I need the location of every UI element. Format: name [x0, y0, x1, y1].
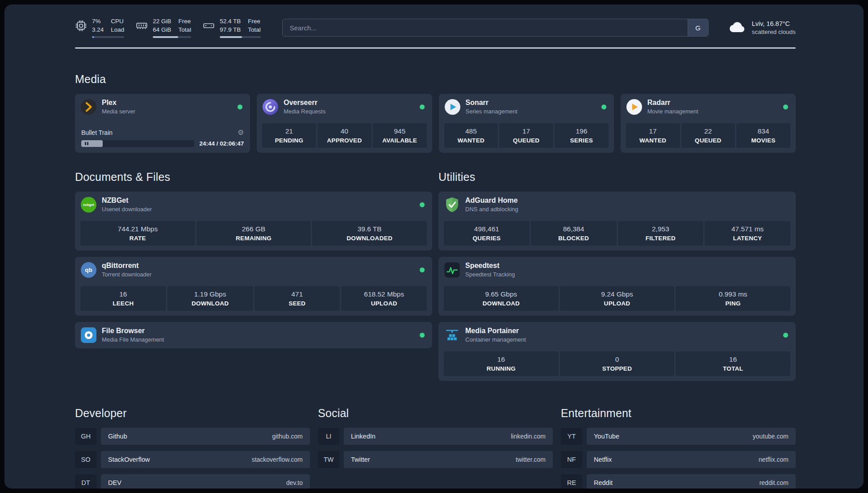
- cpu-percent: 7%: [92, 17, 104, 25]
- card-header: Sonarr Series management: [444, 99, 609, 115]
- bookmark-reddit[interactable]: RE Reddit reddit.com: [561, 474, 796, 489]
- app-card-filebrowser[interactable]: File Browser Media File Management: [75, 322, 432, 348]
- nzbget-icon: nzbget: [80, 196, 97, 213]
- stat-queries: 498,461 QUERIES: [444, 221, 530, 246]
- app-card-sonarr[interactable]: Sonarr Series management 485 WANTED 17 Q…: [439, 94, 614, 153]
- stat-label: STOPPED: [602, 365, 632, 372]
- app-desc: Container management: [465, 336, 526, 343]
- app-card-adguard[interactable]: AdGuard Home DNS and adblocking 498,461 …: [438, 192, 796, 251]
- status-dot-online: [783, 104, 788, 109]
- card-header: Media Portainer Container management: [444, 327, 790, 343]
- stat-ping: 0.993 ms PING: [676, 286, 790, 311]
- disk-usage-bar: [220, 36, 261, 38]
- app-desc: Usenet downloader: [102, 206, 152, 213]
- plex-icon: [80, 99, 97, 115]
- cpu-value: 3.24: [92, 26, 104, 34]
- disk-widget: 52.4 TB 97.9 TB Free Total: [203, 17, 261, 38]
- bookmark-stackoverflow[interactable]: SO StackOverflow stackoverflow.com: [75, 451, 310, 468]
- stat-blocked: 86,384 BLOCKED: [531, 221, 617, 246]
- app-card-plex[interactable]: Plex Media server Bullet Train ⚙ 24:44 /…: [75, 94, 250, 153]
- app-card-nzbget[interactable]: nzbget NZBGet Usenet downloader 744.21 M…: [75, 192, 432, 251]
- stat-value: 86,384: [563, 225, 584, 233]
- memory-label-bottom: Total: [179, 26, 192, 34]
- memory-total: 64 GiB: [153, 26, 171, 34]
- stat-queued: 17 QUEUED: [499, 123, 553, 148]
- stat-download: 1.19 Gbps DOWNLOAD: [167, 286, 253, 311]
- hard-drive-icon: [203, 20, 215, 32]
- stat-value: 1.19 Gbps: [194, 290, 226, 298]
- stat-value: 266 GB: [242, 225, 266, 233]
- cpu-label-bottom: Load: [111, 26, 124, 34]
- bookmark-name: Reddit: [594, 479, 613, 486]
- playback-progress-bar[interactable]: [81, 140, 194, 147]
- stat-leech: 16 LEECH: [80, 286, 166, 311]
- disk-free: 52.4 TB: [220, 17, 241, 25]
- app-desc: Torrent downloader: [102, 271, 151, 278]
- app-card-portainer[interactable]: Media Portainer Container management 16 …: [438, 322, 796, 381]
- bookmark-netflix[interactable]: NF Netflix netflix.com: [561, 451, 796, 468]
- stat-download: 9.65 Gbps DOWNLOAD: [444, 286, 559, 311]
- app-name: AdGuard Home: [465, 196, 518, 205]
- status-dot-online: [238, 104, 242, 109]
- svg-text:qb: qb: [85, 267, 92, 273]
- bookmark-url: youtube.com: [753, 433, 789, 440]
- cpu-widget: 7% 3.24 CPU Load: [75, 17, 124, 38]
- app-name: Media Portainer: [465, 327, 526, 335]
- bookmarks-grid: Developer GH Github github.com SO StackO…: [75, 381, 796, 489]
- disk-widget-body: 52.4 TB 97.9 TB Free Total: [220, 17, 261, 38]
- bookmark-url: github.com: [272, 433, 303, 440]
- stat-label: AVAILABLE: [382, 137, 417, 144]
- bookmark-abbr: TW: [318, 451, 339, 468]
- stat-label: RUNNING: [487, 365, 516, 372]
- weather-condition: scattered clouds: [752, 29, 796, 35]
- pause-icon[interactable]: [85, 142, 88, 146]
- stat-available: 945 AVAILABLE: [373, 123, 427, 148]
- search-engine-button[interactable]: G: [688, 19, 708, 36]
- weather-location: Lviv, 16.87°C: [752, 20, 796, 27]
- stat-value: 21: [285, 127, 293, 135]
- cloud-icon: [729, 21, 746, 35]
- stat-label: TOTAL: [723, 365, 743, 372]
- stat-running: 16 RUNNING: [444, 351, 559, 376]
- stat-filtered: 2,953 FILTERED: [618, 221, 704, 246]
- bookmark-abbr: YT: [561, 428, 582, 445]
- stat-label: PING: [726, 300, 741, 307]
- stat-upload: 9.24 Gbps UPLOAD: [560, 286, 675, 311]
- bookmark-url: twitter.com: [516, 456, 546, 463]
- filebrowser-icon: [80, 327, 97, 343]
- radarr-icon: [626, 99, 643, 115]
- stat-label: SEED: [288, 300, 305, 307]
- bookmark-youtube[interactable]: YT YouTube youtube.com: [561, 428, 796, 445]
- bookmark-abbr: DT: [75, 474, 96, 489]
- app-card-speedtest[interactable]: Speedtest Speedtest Tracking 9.65 Gbps D…: [438, 257, 796, 316]
- svg-text:nzbget: nzbget: [83, 203, 94, 207]
- stat-value: 834: [758, 127, 769, 135]
- stat-label: LEECH: [113, 300, 134, 307]
- stat-label: WANTED: [639, 137, 666, 144]
- settings-gear-icon[interactable]: ⚙: [238, 129, 244, 136]
- bookmark-twitter[interactable]: TW Twitter twitter.com: [318, 451, 553, 468]
- stat-label: QUEUED: [513, 137, 540, 144]
- app-desc: Media Requests: [284, 108, 326, 115]
- stat-value: 196: [576, 127, 587, 135]
- bookmarks-social: Social LI LinkedIn linkedin.com TW Twitt…: [318, 381, 553, 489]
- cpu-chip-icon: [75, 20, 87, 32]
- stat-total: 16 TOTAL: [676, 351, 790, 376]
- stat-label: UPLOAD: [604, 300, 630, 307]
- status-dot-online: [420, 267, 425, 272]
- app-name: File Browser: [102, 327, 164, 335]
- bookmark-dev[interactable]: DT DEV dev.to: [75, 474, 310, 489]
- bookmark-linkedin[interactable]: LI LinkedIn linkedin.com: [318, 428, 553, 445]
- app-card-overseerr[interactable]: Overseerr Media Requests 21 PENDING 40 A…: [257, 94, 432, 153]
- memory-free: 22 GiB: [153, 17, 171, 25]
- card-header: nzbget NZBGet Usenet downloader: [80, 196, 427, 213]
- bookmark-url: stackoverflow.com: [252, 456, 303, 463]
- weather-widget: Lviv, 16.87°C scattered clouds: [729, 20, 796, 35]
- card-header: Speedtest Speedtest Tracking: [444, 262, 790, 278]
- search-input[interactable]: [283, 19, 688, 36]
- app-card-qbittorrent[interactable]: qb qBittorrent Torrent downloader 16 LEE…: [75, 257, 432, 316]
- stat-label: DOWNLOAD: [483, 300, 520, 307]
- bookmark-github[interactable]: GH Github github.com: [75, 428, 310, 445]
- app-card-radarr[interactable]: Radarr Movie management 17 WANTED 22 QUE…: [621, 94, 796, 153]
- stat-seed: 471 SEED: [255, 286, 340, 311]
